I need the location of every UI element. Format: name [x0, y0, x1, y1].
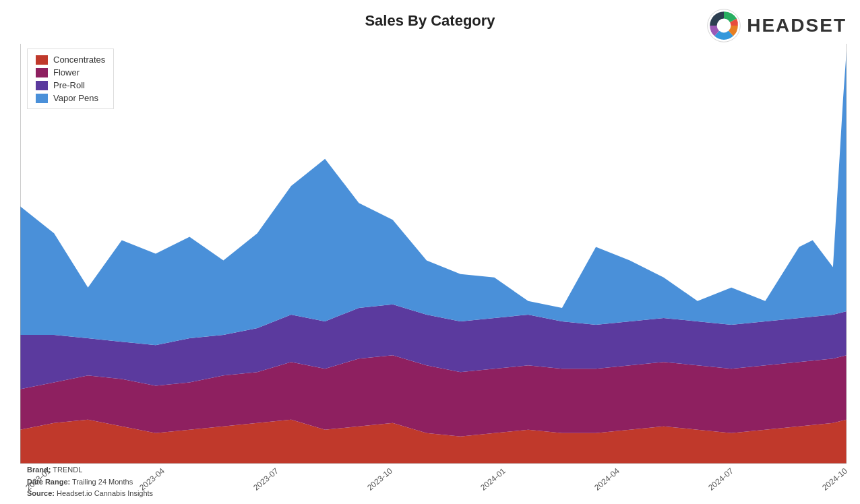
- footer-brand: Brand: TRENDL: [27, 464, 153, 476]
- footer-date-range: Date Range: Trailing 24 Months: [27, 476, 153, 489]
- footer-brand-value: TRENDL: [53, 466, 82, 474]
- headset-logo: HEADSET: [706, 8, 847, 43]
- headset-logo-text: HEADSET: [747, 15, 847, 36]
- footer-brand-label: Brand:: [27, 466, 51, 474]
- x-label-2023-07: 2023-07: [251, 466, 280, 493]
- x-label-2024-07: 2024-07: [706, 466, 735, 493]
- footer-source: Source: Headset.io Cannabis Insights: [27, 488, 153, 500]
- x-label-2024-01: 2024-01: [479, 466, 508, 493]
- chart-area: [20, 44, 847, 464]
- footer-date-range-value: Trailing 24 Months: [72, 478, 133, 486]
- chart-footer: Brand: TRENDL Date Range: Trailing 24 Mo…: [27, 464, 153, 500]
- vapor-pens-area: [20, 51, 847, 345]
- footer-source-label: Source:: [27, 489, 55, 497]
- x-label-2023-10: 2023-10: [365, 466, 394, 493]
- x-label-2024-10: 2024-10: [820, 466, 849, 493]
- chart-container: HEADSET Sales By Category Concentrates F…: [0, 0, 860, 504]
- x-label-2024-04: 2024-04: [592, 466, 621, 493]
- area-chart-svg: [20, 44, 847, 464]
- svg-point-1: [717, 19, 731, 33]
- footer-source-value: Headset.io Cannabis Insights: [57, 489, 153, 497]
- headset-logo-icon: [706, 8, 741, 43]
- footer-date-range-label: Date Range:: [27, 478, 70, 486]
